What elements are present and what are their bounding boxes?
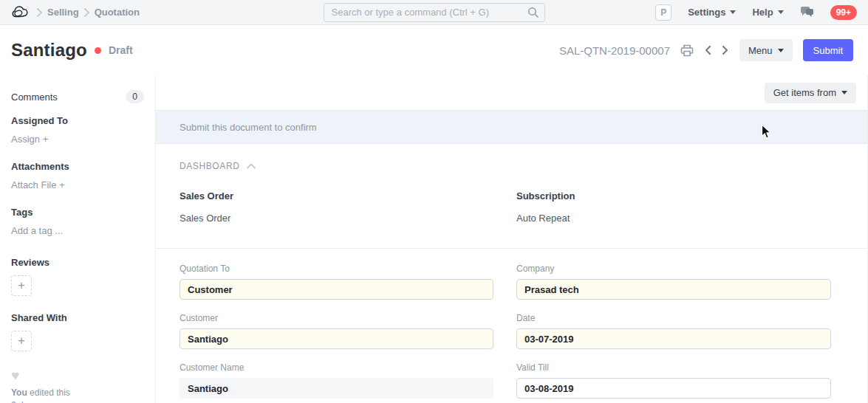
tags-heading: Tags — [11, 207, 144, 218]
field-label: Valid Till — [516, 362, 831, 373]
notifications-badge[interactable]: 99+ — [830, 5, 857, 20]
shared-with-heading: Shared With — [11, 312, 144, 323]
field-company: Company — [516, 264, 831, 300]
customer-input[interactable] — [180, 328, 493, 349]
reviews-heading: Reviews — [11, 257, 144, 268]
chevron-right-icon — [83, 8, 90, 17]
field-grid: Quotation To Company Customer Date Custo — [180, 264, 845, 399]
search-input[interactable] — [324, 3, 545, 22]
navbar: Selling Quotation P Settings Help — [0, 0, 868, 25]
chevron-right-icon — [36, 8, 43, 17]
page-header: Santiago Draft SAL-QTN-2019-00007 Menu S… — [0, 25, 868, 75]
menu-button[interactable]: Menu — [739, 39, 793, 61]
caret-down-icon — [778, 10, 784, 14]
submit-reminder-banner: Submit this document to confirm — [156, 110, 867, 144]
like-heart-icon[interactable]: ♥ — [11, 368, 144, 384]
help-label: Help — [752, 7, 773, 18]
document-name: SAL-QTN-2019-00007 — [559, 44, 670, 57]
chat-icon[interactable] — [800, 6, 814, 18]
header-actions: SAL-QTN-2019-00007 Menu Submit — [559, 39, 853, 61]
global-search — [324, 3, 545, 22]
dashboard-column-sales-order: Sales Order Sales Order — [180, 190, 493, 224]
submit-button[interactable]: Submit — [803, 39, 853, 61]
field-valid-till: Valid Till — [516, 362, 831, 399]
prev-document-icon[interactable] — [704, 45, 711, 55]
dashboard-group-heading: Sales Order — [180, 190, 493, 202]
field-customer: Customer — [180, 313, 493, 349]
title-area: Santiago Draft — [11, 40, 133, 61]
assign-link[interactable]: Assign + — [11, 134, 144, 145]
dashboard-group-heading: Subscription — [516, 190, 831, 202]
breadcrumb-selling[interactable]: Selling — [47, 7, 79, 18]
print-icon[interactable] — [680, 44, 694, 57]
modified-by-info: You edited this 2 days ago — [11, 387, 144, 403]
dashboard-section: DASHBOARD Sales Order Sales Order Subscr… — [156, 144, 867, 248]
field-label: Customer Name — [180, 362, 493, 373]
next-document-icon[interactable] — [722, 45, 729, 55]
field-label: Date — [516, 313, 831, 323]
dashboard-column-subscription: Subscription Auto Repeat — [516, 190, 831, 224]
dashboard-link-auto-repeat[interactable]: Auto Repeat — [516, 213, 831, 224]
help-menu[interactable]: Help — [752, 7, 783, 18]
breadcrumb: Selling Quotation — [11, 4, 324, 21]
modified-by-user: You — [11, 388, 27, 398]
dashboard-heading: DASHBOARD — [180, 161, 239, 171]
caret-down-icon — [778, 49, 784, 52]
attachments-heading: Attachments — [11, 161, 144, 172]
settings-menu[interactable]: Settings — [688, 7, 736, 18]
date-input[interactable] — [516, 328, 831, 349]
customer-name-input — [180, 378, 493, 399]
form-main: Get items from Submit this document to c… — [156, 75, 868, 403]
dashboard-links: Sales Order Sales Order Subscription Aut… — [180, 190, 845, 248]
chevron-up-icon — [247, 160, 256, 171]
page-body: Comments 0 Assigned To Assign + Attachme… — [0, 75, 868, 403]
page-title: Santiago — [11, 40, 87, 61]
search-icon — [527, 7, 539, 21]
caret-down-icon — [730, 10, 736, 14]
status-badge: Draft — [109, 44, 133, 56]
field-quotation-to: Quotation To — [180, 264, 493, 300]
add-review-button[interactable]: + — [11, 275, 32, 296]
user-avatar[interactable]: P — [655, 4, 671, 21]
form-toolbar: Get items from — [156, 75, 867, 110]
sidebar-section-reviews: Reviews + — [11, 257, 144, 296]
sidebar-item-comments[interactable]: Comments 0 — [11, 90, 144, 103]
field-label: Customer — [180, 313, 493, 323]
sidebar-section-tags: Tags Add a tag ... — [11, 207, 144, 236]
dashboard-section-toggle[interactable]: DASHBOARD — [180, 160, 845, 171]
get-items-from-label: Get items from — [773, 87, 836, 98]
comments-label: Comments — [11, 92, 58, 103]
valid-till-input[interactable] — [516, 378, 831, 399]
sidebar-section-shared-with: Shared With + — [11, 312, 144, 351]
assigned-to-heading: Assigned To — [11, 115, 144, 126]
dashboard-link-sales-order[interactable]: Sales Order — [180, 213, 493, 224]
quotation-form-section: Quotation To Company Customer Date Custo — [156, 248, 867, 399]
modified-time: 2 days ago — [11, 399, 144, 403]
app-logo-icon[interactable] — [11, 4, 29, 21]
navbar-right: P Settings Help 99+ — [545, 4, 858, 21]
attach-file-link[interactable]: Attach File + — [11, 179, 144, 190]
banner-message: Submit this document to confirm — [180, 122, 317, 133]
caret-down-icon — [841, 91, 847, 94]
status-indicator-dot — [95, 47, 101, 54]
settings-label: Settings — [688, 7, 725, 18]
form-sidebar: Comments 0 Assigned To Assign + Attachme… — [0, 75, 156, 403]
quotation-to-input[interactable] — [180, 279, 493, 300]
add-share-button[interactable]: + — [11, 331, 32, 351]
company-input[interactable] — [516, 279, 831, 300]
field-label: Quotation To — [180, 264, 493, 274]
menu-button-label: Menu — [748, 45, 773, 56]
sidebar-section-assigned-to: Assigned To Assign + — [11, 115, 144, 145]
field-label: Company — [516, 264, 831, 274]
add-tag-input[interactable]: Add a tag ... — [11, 225, 144, 236]
modified-action: edited this — [27, 388, 70, 398]
comments-count-badge: 0 — [126, 90, 144, 103]
field-date: Date — [516, 313, 831, 349]
get-items-from-button[interactable]: Get items from — [765, 83, 856, 103]
field-customer-name: Customer Name — [180, 362, 493, 399]
breadcrumb-quotation[interactable]: Quotation — [95, 7, 140, 18]
sidebar-section-attachments: Attachments Attach File + — [11, 161, 144, 190]
